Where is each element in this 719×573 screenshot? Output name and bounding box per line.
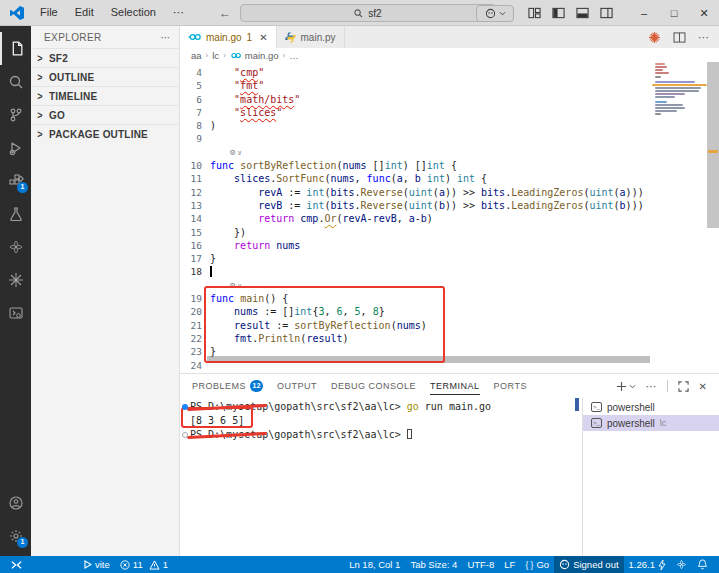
toggle-secondary-sidebar-icon[interactable] bbox=[600, 7, 613, 19]
terminal-list-item[interactable]: >_powershelllc bbox=[583, 415, 719, 431]
panel-close-icon[interactable]: ✕ bbox=[699, 381, 707, 392]
sidebar-section-outline[interactable]: >OUTLINE bbox=[31, 67, 179, 86]
encoding[interactable]: UTF-8 bbox=[462, 556, 499, 573]
back-arrow-icon[interactable]: ← bbox=[219, 6, 231, 20]
tab-label: main.py bbox=[301, 32, 336, 43]
breadcrumb-item[interactable]: lc bbox=[212, 50, 219, 61]
code-line-7: 7 "slices" bbox=[180, 106, 719, 119]
editor-more-icon[interactable]: ⋯ bbox=[698, 31, 709, 44]
activity-explorer[interactable] bbox=[0, 32, 31, 65]
breadcrumb-item[interactable]: main.go bbox=[245, 50, 279, 61]
gear-codelens-icon[interactable]: ⚙∨ bbox=[210, 146, 242, 159]
vscode-window: File Edit Selection ⋯ ← → sf2 bbox=[0, 0, 719, 573]
split-editor-icon[interactable] bbox=[673, 32, 686, 43]
activity-search[interactable] bbox=[0, 65, 31, 98]
panel-more-icon[interactable]: ⋯ bbox=[646, 380, 657, 393]
sidebar-section-sf2[interactable]: >SF2 bbox=[31, 48, 179, 67]
go-file-icon bbox=[188, 33, 201, 41]
terminal-line: PS D:\mysetup\gopath\src\sf2\aa\lc> bbox=[190, 428, 582, 442]
extension-status[interactable] bbox=[671, 556, 692, 573]
terminal-cursor bbox=[407, 429, 412, 439]
panel-tab-terminal[interactable]: TERMINAL bbox=[430, 374, 480, 398]
chevron-right-icon: > bbox=[35, 52, 45, 65]
code-editor[interactable]: 4 "cmp"5 "fmt"6 "math/bits"7 "slices"8)9… bbox=[180, 62, 719, 373]
panel-tab-debug-console[interactable]: DEBUG CONSOLE bbox=[331, 374, 416, 398]
toggle-panel-icon[interactable] bbox=[576, 7, 589, 19]
tab-label: main.go bbox=[206, 32, 242, 43]
menu-selection[interactable]: Selection bbox=[104, 4, 163, 21]
account-icon bbox=[8, 495, 24, 511]
problems-summary[interactable]: 11 1 bbox=[115, 556, 173, 573]
breadcrumb-item[interactable]: aa bbox=[191, 50, 202, 61]
line-number: 8 bbox=[180, 119, 202, 132]
status-bar: vite 11 1 Ln 18, Col 1 Tab Size: 4 UTF-8… bbox=[0, 556, 719, 573]
toggle-primary-sidebar-icon[interactable] bbox=[552, 7, 565, 19]
menu-overflow-icon[interactable]: ⋯ bbox=[166, 4, 191, 21]
panel-tab-output[interactable]: OUTPUT bbox=[277, 374, 317, 398]
chevron-down-icon bbox=[629, 384, 636, 389]
codelens-row: ⚙∨ bbox=[180, 279, 719, 292]
notifications-bell[interactable] bbox=[692, 556, 713, 573]
language-mode[interactable]: { } Go bbox=[520, 556, 554, 573]
editor-horizontal-scrollbar[interactable] bbox=[207, 356, 650, 363]
activity-remote-tools[interactable] bbox=[0, 296, 31, 329]
code-line-20: 20 nums := []int{3, 6, 5, 8} bbox=[180, 305, 719, 318]
task-vite[interactable]: vite bbox=[79, 556, 115, 573]
run-code-icon[interactable] bbox=[648, 31, 661, 44]
panel-tab-ports[interactable]: PORTS bbox=[494, 374, 527, 398]
flask-icon bbox=[8, 206, 24, 222]
customize-layout-icon[interactable] bbox=[528, 7, 541, 19]
tab-close-icon[interactable]: ✕ bbox=[259, 32, 267, 43]
sidebar-section-timeline[interactable]: >TIMELINE bbox=[31, 86, 179, 105]
settings-button[interactable]: 1 bbox=[0, 519, 31, 552]
sidebar-more-icon[interactable]: ⋯ bbox=[161, 32, 171, 43]
command-decoration-icon[interactable] bbox=[182, 404, 188, 410]
command-decoration-icon[interactable] bbox=[182, 432, 188, 438]
cursor-position[interactable]: Ln 18, Col 1 bbox=[344, 556, 405, 573]
copilot-button[interactable] bbox=[476, 5, 514, 22]
breadcrumb-item[interactable]: … bbox=[289, 50, 299, 61]
line-number: 7 bbox=[180, 106, 202, 119]
maximize-icon[interactable]: □ bbox=[659, 0, 689, 26]
gear-codelens-icon[interactable]: ⚙∨ bbox=[210, 279, 242, 292]
terminal-viewport[interactable]: PS D:\mysetup\gopath\src\sf2\aa\lc> go r… bbox=[180, 398, 582, 556]
minimap[interactable] bbox=[652, 62, 707, 182]
indentation[interactable]: Tab Size: 4 bbox=[405, 556, 462, 573]
activity-pinwheel-extension[interactable] bbox=[0, 230, 31, 263]
sidebar-section-go[interactable]: >GO bbox=[31, 105, 179, 124]
line-number: 9 bbox=[180, 132, 202, 145]
tab-main-go[interactable]: main.go 1 ✕ bbox=[180, 26, 277, 48]
panel-maximize-icon[interactable] bbox=[678, 381, 689, 392]
activity-source-control[interactable] bbox=[0, 98, 31, 131]
codelens-row: ⚙∨ bbox=[180, 146, 719, 159]
run-debug-icon bbox=[8, 140, 24, 156]
code-line-11: 11 slices.SortFunc(nums, func(a, b int) … bbox=[180, 172, 719, 185]
tab-main-py[interactable]: main.py bbox=[277, 26, 345, 48]
panel-tab-problems[interactable]: PROBLEMS12 bbox=[192, 374, 263, 398]
remote-icon bbox=[11, 560, 22, 570]
terminal-list-item[interactable]: >_powershell bbox=[583, 399, 719, 415]
command-center-search[interactable]: sf2 bbox=[240, 4, 496, 22]
sidebar-section-package-outline[interactable]: >PACKAGE OUTLINE bbox=[31, 124, 179, 143]
account-button[interactable] bbox=[0, 486, 31, 519]
line-number: 24 bbox=[180, 359, 202, 372]
activity-testing[interactable] bbox=[0, 197, 31, 230]
search-value: sf2 bbox=[368, 8, 381, 19]
close-icon[interactable]: ✕ bbox=[689, 0, 719, 26]
breadcrumb[interactable]: aa›lc›main.go›… bbox=[180, 48, 719, 62]
plus-icon bbox=[616, 381, 627, 392]
new-terminal-button[interactable] bbox=[616, 381, 636, 392]
go-version[interactable]: 1.26.1 bbox=[624, 556, 671, 573]
chevron-down-icon bbox=[499, 11, 506, 16]
activity-run-debug[interactable] bbox=[0, 131, 31, 164]
menu-edit[interactable]: Edit bbox=[68, 4, 101, 21]
copilot-status[interactable]: Signed out bbox=[554, 556, 623, 573]
activity-extensions[interactable]: 1 bbox=[0, 164, 31, 197]
editor-vertical-scrollbar[interactable] bbox=[707, 62, 719, 373]
menu-file[interactable]: File bbox=[33, 4, 65, 21]
activity-starburst-extension[interactable] bbox=[0, 263, 31, 296]
remote-indicator[interactable] bbox=[6, 556, 27, 573]
eol-sequence[interactable]: LF bbox=[499, 556, 520, 573]
minimize-icon[interactable]: – bbox=[629, 0, 659, 26]
breadcrumb-separator: › bbox=[223, 51, 226, 60]
